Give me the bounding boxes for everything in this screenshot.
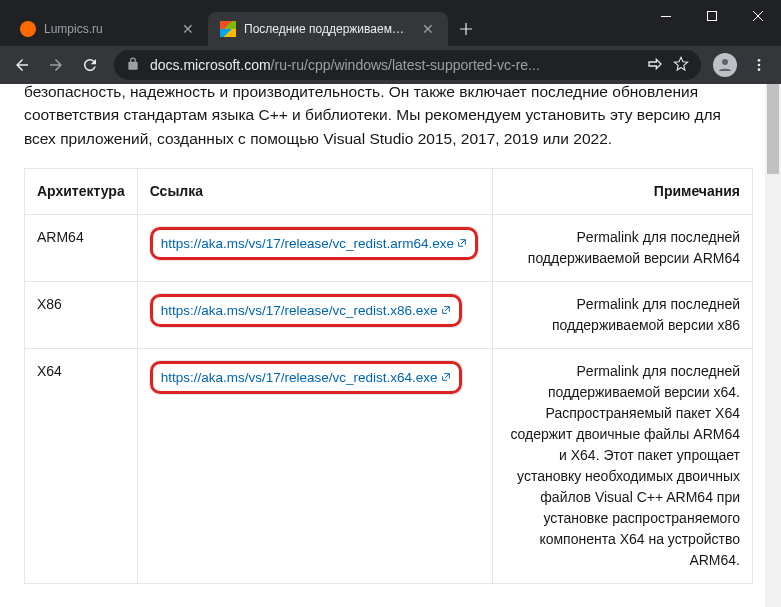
menu-button[interactable]	[743, 49, 775, 81]
external-link-icon	[457, 234, 467, 244]
table-row: ARM64 https://aka.ms/vs/17/release/vc_re…	[25, 214, 753, 281]
share-icon[interactable]	[647, 56, 663, 75]
cell-arch: ARM64	[25, 214, 138, 281]
url-text: docs.microsoft.com/ru-ru/cpp/windows/lat…	[150, 57, 637, 73]
header-link: Ссылка	[137, 168, 492, 214]
browser-toolbar: docs.microsoft.com/ru-ru/cpp/windows/lat…	[0, 46, 781, 84]
close-icon[interactable]: ✕	[420, 21, 436, 37]
table-row: X86 https://aka.ms/vs/17/release/vc_redi…	[25, 281, 753, 348]
external-link-icon	[441, 368, 451, 378]
lock-icon	[126, 57, 140, 74]
cell-arch: X86	[25, 281, 138, 348]
forward-button[interactable]	[40, 49, 72, 81]
svg-point-4	[758, 64, 761, 67]
cell-link: https://aka.ms/vs/17/release/vc_redist.x…	[137, 348, 492, 583]
svg-rect-1	[708, 12, 717, 21]
tab-microsoft-docs[interactable]: Последние поддерживаемые з ✕	[208, 12, 448, 46]
header-architecture: Архитектура	[25, 168, 138, 214]
tab-lumpics[interactable]: Lumpics.ru ✕	[8, 12, 208, 46]
downloads-table: Архитектура Ссылка Примечания ARM64 http…	[24, 168, 753, 584]
svg-point-5	[758, 68, 761, 71]
maximize-button[interactable]	[689, 0, 735, 32]
intro-paragraph: безопасность, надежность и производитель…	[24, 84, 753, 150]
download-link-x64[interactable]: https://aka.ms/vs/17/release/vc_redist.x…	[161, 370, 451, 385]
scrollbar[interactable]	[765, 84, 781, 607]
cell-arch: X64	[25, 348, 138, 583]
download-link-x86[interactable]: https://aka.ms/vs/17/release/vc_redist.x…	[161, 303, 451, 318]
close-icon[interactable]: ✕	[180, 21, 196, 37]
tab-title: Последние поддерживаемые з	[244, 22, 412, 36]
cell-notes: Permalink для последней поддерживаемой в…	[493, 348, 753, 583]
svg-point-3	[758, 59, 761, 62]
star-icon[interactable]	[673, 56, 689, 75]
scrollbar-thumb[interactable]	[767, 84, 779, 174]
back-button[interactable]	[6, 49, 38, 81]
window-controls	[643, 0, 781, 32]
minimize-button[interactable]	[643, 0, 689, 32]
cell-notes: Permalink для последней поддерживаемой в…	[493, 214, 753, 281]
favicon-icon	[220, 21, 236, 37]
favicon-icon	[20, 21, 36, 37]
cell-link: https://aka.ms/vs/17/release/vc_redist.x…	[137, 281, 492, 348]
cell-link: https://aka.ms/vs/17/release/vc_redist.a…	[137, 214, 492, 281]
svg-point-2	[722, 59, 728, 65]
header-notes: Примечания	[493, 168, 753, 214]
highlight-box: https://aka.ms/vs/17/release/vc_redist.x…	[150, 294, 462, 327]
new-tab-button[interactable]	[452, 15, 480, 43]
page-content: безопасность, надежность и производитель…	[0, 84, 781, 607]
highlight-box: https://aka.ms/vs/17/release/vc_redist.x…	[150, 361, 462, 394]
download-link-arm64[interactable]: https://aka.ms/vs/17/release/vc_redist.a…	[161, 236, 467, 251]
svg-rect-0	[661, 16, 671, 17]
avatar-icon	[713, 53, 737, 77]
close-window-button[interactable]	[735, 0, 781, 32]
reload-button[interactable]	[74, 49, 106, 81]
table-row: X64 https://aka.ms/vs/17/release/vc_redi…	[25, 348, 753, 583]
highlight-box: https://aka.ms/vs/17/release/vc_redist.a…	[150, 227, 478, 260]
external-link-icon	[441, 301, 451, 311]
address-bar[interactable]: docs.microsoft.com/ru-ru/cpp/windows/lat…	[114, 50, 701, 80]
tab-title: Lumpics.ru	[44, 22, 172, 36]
profile-button[interactable]	[709, 49, 741, 81]
cell-notes: Permalink для последней поддерживаемой в…	[493, 281, 753, 348]
